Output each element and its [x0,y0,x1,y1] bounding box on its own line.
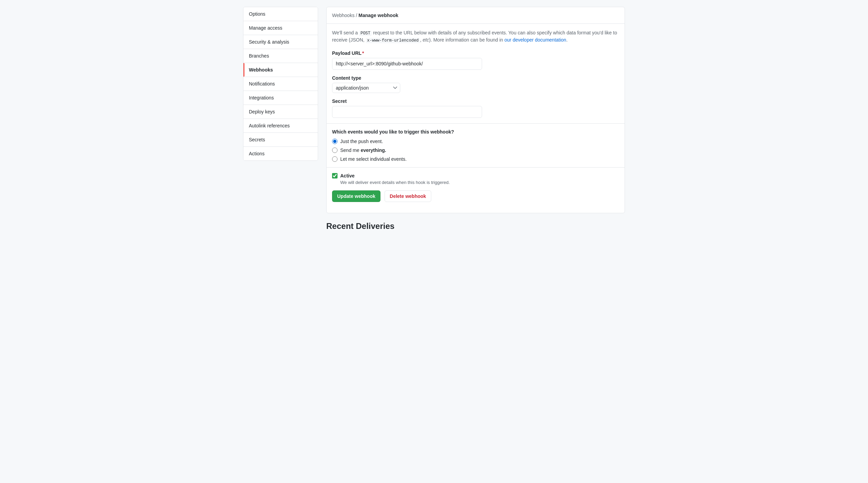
webhook-card: Webhooks / Manage webhook We'll send a P… [326,7,625,213]
secret-input[interactable] [332,106,482,118]
payload-url-label: Payload URL* [332,50,619,56]
secret-label: Secret [332,98,619,104]
sidebar-item-actions[interactable]: Actions [243,147,318,160]
payload-url-group: Payload URL* [332,50,619,70]
radio-just-push-input[interactable] [332,139,338,144]
post-code: POST [359,31,372,36]
radio-individual-input[interactable] [332,156,338,162]
intro-text: We'll send a POST request to the URL bel… [332,29,619,44]
sidebar-item-branches[interactable]: Branches [243,49,318,63]
active-label[interactable]: Active [332,173,619,178]
sidebar-item-webhooks[interactable]: Webhooks [243,63,318,77]
radio-just-push-label: Just the push event. [340,139,383,144]
content-type-select[interactable]: application/json application/x-www-form-… [332,83,400,93]
content-type-label: Content type [332,75,619,81]
sidebar-item-integrations[interactable]: Integrations [243,91,318,105]
etc-text: etc [423,37,429,43]
radio-individual-label: Let me select individual events. [340,156,407,162]
payload-url-input[interactable] [332,58,482,70]
settings-sidebar: OptionsManage accessSecurity & analysisB… [243,7,318,161]
developer-docs-link[interactable]: our developer documentation [505,37,566,43]
delete-webhook-button[interactable]: Delete webhook [385,190,431,202]
sidebar-item-options[interactable]: Options [243,7,318,21]
main-content: Webhooks / Manage webhook We'll send a P… [326,7,625,231]
radio-group: Just the push event. Send me everything.… [332,139,619,162]
active-section: Active We will deliver event details whe… [327,167,625,207]
radio-just-push[interactable]: Just the push event. [332,139,619,144]
breadcrumb: Webhooks / Manage webhook [327,7,625,24]
required-indicator: * [362,50,364,56]
radio-everything-input[interactable] [332,147,338,153]
sidebar-item-autolink-references[interactable]: Autolink references [243,119,318,133]
radio-everything-bold: everything. [361,147,386,153]
radio-individual[interactable]: Let me select individual events. [332,156,619,162]
sidebar-item-security-analysis[interactable]: Security & analysis [243,35,318,49]
radio-everything[interactable]: Send me everything. [332,147,619,153]
sidebar-item-secrets[interactable]: Secrets [243,133,318,147]
active-label-text: Active [340,173,355,178]
recent-deliveries-title: Recent Deliveries [326,221,625,231]
breadcrumb-parent: Webhooks [332,13,355,18]
active-description: We will deliver event details when this … [340,180,619,185]
breadcrumb-current: Manage webhook [359,13,399,18]
events-question: Which events would you like to trigger t… [332,129,619,135]
radio-everything-label: Send me everything. [340,147,386,153]
urlencoded-code: x-www-form-urlencoded [366,38,420,43]
button-row: Update webhook Delete webhook [332,190,619,202]
sidebar-item-manage-access[interactable]: Manage access [243,21,318,35]
webhook-card-body: We'll send a POST request to the URL bel… [327,24,625,213]
active-checkbox[interactable] [332,173,338,178]
update-webhook-button[interactable]: Update webhook [332,190,380,202]
events-section: Which events would you like to trigger t… [327,123,625,167]
sidebar-item-notifications[interactable]: Notifications [243,77,318,91]
secret-group: Secret [332,98,619,118]
content-type-group: Content type application/json applicatio… [332,75,619,93]
sidebar-item-deploy-keys[interactable]: Deploy keys [243,105,318,119]
breadcrumb-separator: / [356,13,359,18]
